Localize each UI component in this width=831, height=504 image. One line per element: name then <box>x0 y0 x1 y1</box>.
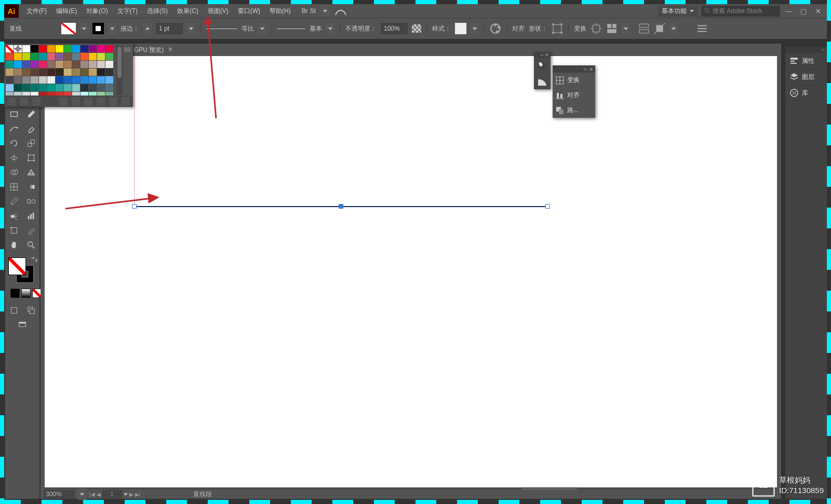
column-graph-tool[interactable] <box>22 209 39 223</box>
wh-input-icon[interactable] <box>654 23 665 34</box>
swap-fill-stroke-icon[interactable] <box>30 255 37 263</box>
last-artboard-icon[interactable]: ▶| <box>135 492 141 497</box>
swatch-color[interactable] <box>31 61 38 68</box>
swatch-color[interactable] <box>22 45 30 52</box>
swatch-color[interactable] <box>56 53 63 60</box>
next-artboard-icon[interactable]: ▶ <box>129 492 133 497</box>
swatch-color[interactable] <box>22 76 30 84</box>
swatch-color[interactable] <box>14 61 22 68</box>
swatch-color[interactable] <box>64 53 72 60</box>
shaper-tool[interactable] <box>5 121 22 136</box>
swatch-color[interactable] <box>89 69 97 76</box>
swatch-kind-icon[interactable] <box>20 97 28 105</box>
selection-handle-mid[interactable] <box>339 204 343 209</box>
shape-builder-tool[interactable] <box>5 165 22 180</box>
swatch-color[interactable] <box>89 53 97 60</box>
rectangle-tool[interactable] <box>5 107 22 121</box>
swatch-color[interactable] <box>89 92 97 96</box>
swatch-color[interactable] <box>105 53 113 60</box>
symbol-sprayer-tool[interactable] <box>5 209 22 223</box>
brush-definition[interactable] <box>277 24 305 33</box>
stroke-color-dropdown[interactable] <box>108 23 116 34</box>
delete-swatch-icon[interactable] <box>122 97 130 105</box>
swatch-color[interactable] <box>6 69 14 76</box>
properties-panel-tab[interactable]: 属性 <box>785 53 827 69</box>
eyedropper-tool[interactable] <box>5 194 22 209</box>
swatch-color[interactable] <box>97 92 105 96</box>
swatch-color[interactable] <box>56 76 63 84</box>
swatch-color[interactable] <box>39 84 47 91</box>
swatch-color[interactable] <box>97 61 105 68</box>
opacity-value[interactable]: 100% <box>381 23 408 34</box>
swatch-color[interactable] <box>105 45 113 52</box>
opacity-slider-icon[interactable] <box>412 24 421 33</box>
recolor-artwork-icon[interactable] <box>490 23 501 34</box>
swatch-color[interactable] <box>64 92 72 96</box>
swatch-color[interactable] <box>22 53 30 60</box>
screen-mode-icon[interactable] <box>5 318 39 332</box>
zoom-tool[interactable] <box>22 238 39 252</box>
swatch-color[interactable] <box>47 76 55 84</box>
swatch-color[interactable] <box>97 76 105 84</box>
swatch-color[interactable] <box>64 84 72 91</box>
xy-input-icon[interactable] <box>638 23 650 34</box>
first-artboard-icon[interactable]: |◀ <box>89 492 95 497</box>
menu-effect[interactable]: 效果(C) <box>172 4 203 18</box>
swatch-none[interactable] <box>6 45 14 52</box>
swatch-color[interactable] <box>97 45 105 52</box>
zoom-dropdown[interactable] <box>78 488 86 500</box>
swatch-color[interactable] <box>64 69 72 76</box>
fill-color-swatch[interactable] <box>61 23 76 34</box>
mesh-tool[interactable] <box>5 180 22 194</box>
stroke-weight-dropdown[interactable] <box>187 23 195 34</box>
prev-artboard-icon[interactable]: ◀ <box>97 492 101 497</box>
swatch-color[interactable] <box>81 61 88 68</box>
artboard-tool[interactable] <box>5 223 22 238</box>
swatches-grid[interactable] <box>4 44 123 96</box>
bridge-icon[interactable]: Br <box>302 7 308 15</box>
right-dock-collapse[interactable]: ›› <box>785 47 827 53</box>
color-panel-icon[interactable] <box>534 58 551 74</box>
swatch-color[interactable] <box>97 53 105 60</box>
swatch-color[interactable] <box>6 53 14 60</box>
new-color-group-icon[interactable] <box>59 97 68 105</box>
menu-type[interactable]: 文字(T) <box>113 4 142 18</box>
zoom-level[interactable]: 300% <box>44 490 75 498</box>
eraser-tool[interactable] <box>22 121 39 136</box>
menu-view[interactable]: 视图(V) <box>203 4 233 18</box>
swatch-color[interactable] <box>72 92 80 96</box>
swatch-color[interactable] <box>81 84 88 91</box>
swatch-color[interactable] <box>6 92 14 96</box>
swatch-color[interactable] <box>47 92 55 96</box>
align-panel-row[interactable]: 对齐 <box>553 88 595 103</box>
wh-dropdown[interactable] <box>669 23 678 34</box>
swatch-color[interactable] <box>56 69 63 76</box>
swatch-color[interactable] <box>89 84 97 91</box>
blend-tool[interactable] <box>22 194 39 209</box>
swatch-color[interactable] <box>97 69 105 76</box>
align-to-icon[interactable] <box>606 23 618 34</box>
menu-help[interactable]: 帮助(H) <box>265 4 296 18</box>
swatch-color[interactable] <box>31 84 38 91</box>
slice-tool[interactable] <box>22 223 39 238</box>
align-to-dropdown[interactable] <box>622 23 630 34</box>
artboard[interactable] <box>45 56 777 487</box>
gradient-mode-btn[interactable] <box>21 289 31 298</box>
swatch-color[interactable] <box>39 53 47 60</box>
swatch-library-icon[interactable] <box>7 97 16 105</box>
color-guide-icon[interactable] <box>534 74 551 89</box>
draw-normal-icon[interactable] <box>5 303 22 318</box>
paintbrush-tool[interactable] <box>22 107 39 121</box>
swatch-color[interactable] <box>31 53 38 60</box>
fill-color-dropdown[interactable] <box>80 23 88 34</box>
folder2-icon[interactable] <box>97 97 105 105</box>
selection-handle-left[interactable] <box>132 204 137 209</box>
stroke-weight-up[interactable] <box>143 23 152 34</box>
color-mode-btn[interactable] <box>10 289 20 298</box>
swatch-color[interactable] <box>105 69 113 76</box>
swatch-color[interactable] <box>89 45 97 52</box>
fill-indicator[interactable] <box>8 257 26 275</box>
stroke-weight-value[interactable]: 1 pt <box>156 23 183 34</box>
menu-window[interactable]: 窗口(W) <box>233 4 265 18</box>
swatch-color[interactable] <box>31 69 38 76</box>
